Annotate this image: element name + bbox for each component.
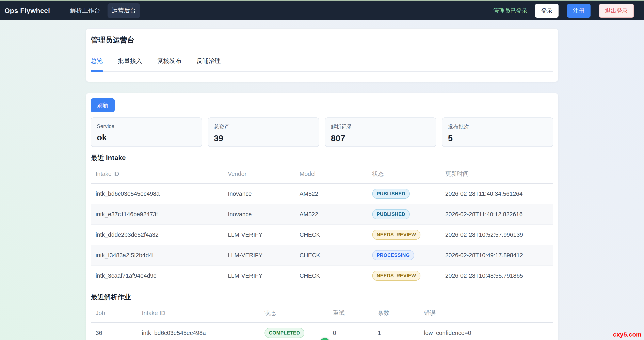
cell-vendor: Inovance — [223, 204, 295, 225]
stats-row: Service ok 总资产 39 解析记录 807 发布批次 5 — [91, 117, 553, 147]
cell-job: 36 — [91, 322, 137, 340]
refresh-button[interactable]: 刷新 — [91, 98, 114, 112]
tab-bar: 总览 批量接入 复核发布 反哺治理 — [91, 57, 553, 71]
page-title: 管理员运营台 — [91, 35, 553, 45]
cell-error: low_confidence=0 — [419, 322, 553, 340]
stat-value: 807 — [331, 133, 430, 143]
col-job: Job — [91, 304, 137, 322]
cell-intake-id: intk_f3483a2f5f2b4d4f — [91, 245, 223, 266]
table-header-row: Intake ID Vendor Model 状态 更新时间 — [91, 164, 553, 183]
cell-updated: 2026-02-28T10:52:57.996139 — [440, 225, 553, 245]
stat-value: 39 — [214, 133, 313, 143]
cell-model: AM522 — [295, 204, 367, 225]
col-status: 状态 — [260, 304, 328, 322]
tab-batch-intake[interactable]: 批量接入 — [118, 57, 142, 71]
jobs-section-title: 最近解析作业 — [91, 292, 553, 302]
col-retries: 重试 — [328, 304, 373, 322]
status-badge: PROCESSING — [372, 250, 414, 260]
page: Ops Flywheel 解析工作台 运营后台 管理员已登录 登录 注册 退出登… — [0, 0, 644, 340]
intake-table: Intake ID Vendor Model 状态 更新时间 intk_bd6c… — [91, 164, 553, 286]
stat-card-parse-records: 解析记录 807 — [325, 117, 436, 147]
nav-item-ops-backend[interactable]: 运营后台 — [108, 3, 140, 18]
watermark: cxy5.com — [613, 331, 642, 338]
cell-updated: 2026-02-28T11:40:12.822616 — [440, 204, 553, 225]
stat-label: 总资产 — [214, 123, 313, 130]
cell-model: AM522 — [295, 183, 367, 204]
cell-status: NEEDS_REVIEW — [367, 266, 440, 286]
cell-intake-id: intk_e37c1146be92473f — [91, 204, 223, 225]
cell-vendor: LLM-VERIFY — [223, 245, 295, 266]
tab-feedback-governance[interactable]: 反哺治理 — [196, 57, 221, 71]
cell-status: PUBLISHED — [367, 204, 440, 225]
cell-status: PROCESSING — [367, 245, 440, 266]
stat-label: 解析记录 — [331, 123, 430, 130]
stat-card-service: Service ok — [91, 117, 202, 147]
cell-model: CHECK — [295, 225, 367, 245]
brand-title: Ops Flywheel — [4, 7, 50, 15]
intake-title-zh: 最近 — [91, 154, 104, 161]
col-status: 状态 — [367, 164, 440, 183]
cell-retries: 0 — [328, 322, 373, 340]
admin-panel-card: 管理员运营台 总览 批量接入 复核发布 反哺治理 — [86, 28, 558, 82]
tab-track — [91, 71, 553, 72]
cell-intake-id: intk_bd6c03e545ec498a — [137, 322, 260, 340]
stat-value: ok — [97, 133, 196, 142]
nav-item-parse-workbench[interactable]: 解析工作台 — [66, 3, 104, 18]
cell-status: NEEDS_REVIEW — [367, 225, 440, 245]
col-count: 条数 — [373, 304, 419, 322]
cell-intake-id: intk_3caaf71af94e4d9c — [91, 266, 223, 286]
status-badge: PUBLISHED — [372, 209, 410, 219]
col-vendor: Vendor — [223, 164, 295, 183]
stat-card-total-assets: 总资产 39 — [208, 117, 319, 147]
table-row: intk_bd6c03e545ec498a Inovance AM522 PUB… — [91, 183, 553, 204]
stat-label: Service — [97, 123, 196, 129]
cell-model: CHECK — [295, 266, 367, 286]
main-content: 管理员运营台 总览 批量接入 复核发布 反哺治理 刷新 Service ok 总… — [86, 28, 558, 340]
col-error: 错误 — [419, 304, 553, 322]
login-status-text: 管理员已登录 — [493, 7, 527, 15]
tab-review-publish[interactable]: 复核发布 — [157, 57, 182, 71]
col-updated: 更新时间 — [440, 164, 553, 183]
cell-model: CHECK — [295, 245, 367, 266]
cell-updated: 2026-02-28T10:49:17.898412 — [440, 245, 553, 266]
intake-section-title: 最近 Intake — [91, 153, 553, 162]
stat-card-publish-batches: 发布批次 5 — [442, 117, 553, 147]
cell-intake-id: intk_ddde2b3de52f4a32 — [91, 225, 223, 245]
col-model: Model — [295, 164, 367, 183]
login-button[interactable]: 登录 — [535, 4, 558, 18]
col-intake-id: Intake ID — [137, 304, 260, 322]
status-badge: NEEDS_REVIEW — [372, 230, 420, 240]
cell-intake-id: intk_bd6c03e545ec498a — [91, 183, 223, 204]
status-badge: COMPLETED — [264, 328, 304, 338]
cell-vendor: Inovance — [223, 183, 295, 204]
register-button[interactable]: 注册 — [567, 4, 590, 18]
intake-title-en: Intake — [106, 154, 126, 161]
top-navbar: Ops Flywheel 解析工作台 运营后台 管理员已登录 登录 注册 退出登… — [0, 1, 644, 20]
tab-overview[interactable]: 总览 — [91, 57, 103, 71]
table-row: intk_3caaf71af94e4d9c LLM-VERIFY CHECK N… — [91, 266, 553, 286]
cell-vendor: LLM-VERIFY — [223, 266, 295, 286]
logout-button[interactable]: 退出登录 — [599, 4, 634, 18]
table-row: intk_ddde2b3de52f4a32 LLM-VERIFY CHECK N… — [91, 225, 553, 245]
overview-card: 刷新 Service ok 总资产 39 解析记录 807 发布批次 5 — [86, 93, 558, 340]
status-badge: PUBLISHED — [372, 189, 410, 199]
table-row: intk_f3483a2f5f2b4d4f LLM-VERIFY CHECK P… — [91, 245, 553, 266]
col-intake-id: Intake ID — [91, 164, 223, 183]
table-row: intk_e37c1146be92473f Inovance AM522 PUB… — [91, 204, 553, 225]
cell-updated: 2026-02-28T10:48:55.791865 — [440, 266, 553, 286]
stat-label: 发布批次 — [448, 123, 547, 130]
status-badge: NEEDS_REVIEW — [372, 271, 420, 281]
cell-status: COMPLETED — [260, 322, 328, 340]
cell-vendor: LLM-VERIFY — [223, 225, 295, 245]
stat-value: 5 — [448, 133, 547, 143]
active-tab-indicator — [91, 70, 103, 72]
cell-count: 1 — [373, 322, 419, 340]
jobs-table: Job Intake ID 状态 重试 条数 错误 36 intk_bd6c03… — [91, 304, 553, 340]
cell-updated: 2026-02-28T11:40:34.561264 — [440, 183, 553, 204]
table-row: 36 intk_bd6c03e545ec498a COMPLETED 0 1 l… — [91, 322, 553, 340]
table-header-row: Job Intake ID 状态 重试 条数 错误 — [91, 304, 553, 322]
cell-status: PUBLISHED — [367, 183, 440, 204]
